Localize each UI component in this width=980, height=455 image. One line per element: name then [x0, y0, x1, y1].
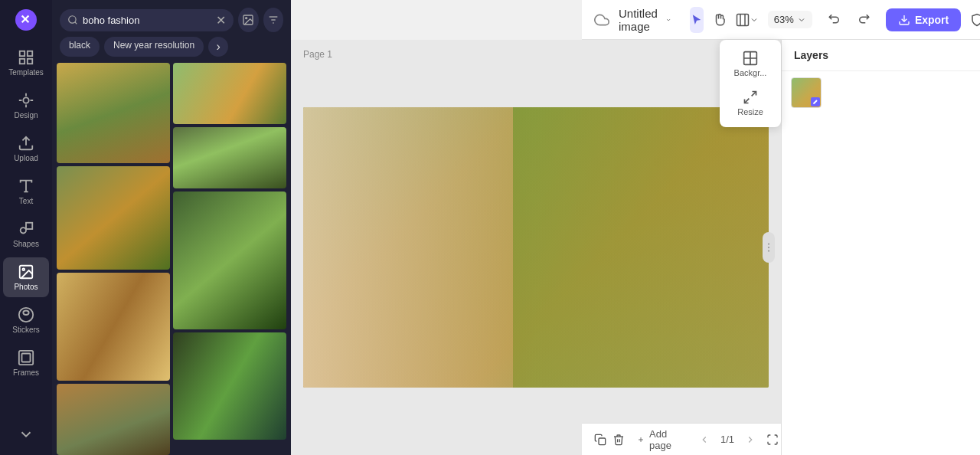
canvas-area[interactable]: Page 1: [291, 40, 781, 455]
page-label: Page 1: [303, 49, 332, 60]
sidebar-item-more[interactable]: [3, 420, 49, 449]
more-tags-button[interactable]: ›: [208, 37, 228, 57]
present-button[interactable]: [766, 428, 779, 451]
list-item[interactable]: [173, 63, 286, 124]
sidebar-item-text[interactable]: Text: [3, 172, 49, 211]
delete-page-button[interactable]: [612, 428, 625, 451]
search-bar: ✕: [52, 0, 291, 37]
content-row: Page 1: [291, 0, 980, 455]
svg-rect-3: [28, 51, 32, 56]
chevron-right-icon: [745, 434, 756, 445]
chevron-down-icon: [18, 426, 34, 443]
page-navigation: 1/1: [694, 430, 760, 450]
resize-button[interactable]: Resize: [724, 85, 777, 121]
sidebar-item-templates[interactable]: Templates: [3, 43, 49, 83]
sidebar-item-photos[interactable]: Photos: [3, 257, 49, 297]
canvas-wrapper: [303, 70, 769, 424]
list-item[interactable]: [173, 127, 286, 188]
next-page-button[interactable]: [740, 430, 760, 450]
cloud-save-button[interactable]: [594, 12, 609, 28]
layer-edit-icon: [811, 97, 820, 106]
cloud-icon: [594, 12, 609, 28]
list-item[interactable]: [57, 63, 170, 163]
svg-rect-22: [737, 14, 748, 25]
shield-button[interactable]: [970, 7, 980, 33]
page-indicator: 1/1: [720, 434, 734, 445]
redo-icon: [857, 13, 871, 27]
layers-title: Layers: [782, 40, 980, 71]
drag-handle-icon: [766, 241, 771, 254]
canvas-scroll-handle[interactable]: [763, 232, 775, 263]
chevron-left-icon: [699, 434, 710, 445]
download-icon: [898, 14, 910, 26]
plus-icon: [637, 434, 645, 446]
list-item[interactable]: [173, 191, 286, 329]
sidebar-item-frames[interactable]: Frames: [3, 343, 49, 383]
document-title[interactable]: Untitled image: [619, 7, 671, 33]
grid-icon: [18, 49, 34, 66]
background-button[interactable]: Backgr...: [724, 46, 777, 82]
upload-icon: [18, 135, 34, 152]
svg-rect-2: [20, 51, 24, 56]
svg-rect-36: [599, 438, 606, 445]
canvas-image[interactable]: [303, 107, 769, 388]
trash-icon: [612, 434, 625, 446]
shield-icon: [970, 13, 980, 27]
search-input[interactable]: [83, 15, 211, 26]
tag-black[interactable]: black: [60, 37, 100, 57]
main-wrapper: Untitled image: [291, 0, 980, 455]
layer-item[interactable]: [782, 71, 980, 114]
frame-view-button[interactable]: [736, 7, 759, 33]
list-item[interactable]: [57, 273, 170, 380]
search-input-wrapper[interactable]: ✕: [60, 9, 234, 31]
svg-point-6: [23, 97, 28, 103]
photos-icon: [18, 264, 34, 280]
photo-col-left: [57, 63, 170, 455]
copy-icon: [594, 434, 606, 446]
svg-rect-11: [26, 223, 32, 229]
list-item[interactable]: [173, 332, 286, 440]
svg-text:✕: ✕: [20, 13, 30, 26]
sidebar-item-stickers[interactable]: Stickers: [3, 300, 49, 340]
svg-point-16: [69, 16, 76, 23]
zoom-control[interactable]: 63%: [768, 11, 812, 28]
background-icon: [743, 51, 758, 66]
layer-thumbnail: [791, 77, 822, 108]
export-button[interactable]: Export: [886, 8, 961, 31]
chevron-down-icon: [750, 15, 759, 25]
app-logo[interactable]: ✕: [12, 6, 40, 34]
svg-line-41: [745, 99, 750, 103]
add-page-button[interactable]: Add page: [631, 425, 682, 454]
visual-search-icon: [242, 14, 254, 26]
design-icon: [18, 92, 34, 109]
undo-button[interactable]: [822, 7, 848, 33]
expand-icon: [766, 434, 779, 446]
chevron-down-icon: [665, 15, 671, 25]
redo-button[interactable]: [851, 7, 877, 33]
resize-icon: [743, 90, 758, 105]
svg-point-18: [246, 18, 247, 19]
copy-page-button[interactable]: [594, 428, 606, 451]
text-icon: [18, 178, 34, 195]
list-item[interactable]: [57, 384, 170, 455]
tag-new-year-resolution[interactable]: New year resolution: [104, 37, 204, 57]
hand-tool-button[interactable]: [713, 7, 727, 33]
sidebar-item-shapes[interactable]: Shapes: [3, 214, 49, 254]
undo-icon: [828, 13, 841, 27]
sidebar-item-design[interactable]: Design: [3, 86, 49, 126]
prev-page-button[interactable]: [694, 430, 714, 450]
stickers-icon: [18, 306, 34, 323]
edit-icon: [812, 99, 818, 105]
list-item[interactable]: [57, 166, 170, 270]
sidebar-item-upload[interactable]: Upload: [3, 129, 49, 169]
frame-icon: [736, 13, 750, 27]
clear-search-button[interactable]: ✕: [216, 13, 226, 28]
filter-button[interactable]: [263, 8, 284, 32]
svg-rect-4: [20, 59, 24, 64]
svg-rect-5: [28, 59, 32, 64]
svg-point-34: [768, 247, 769, 248]
visual-search-button[interactable]: [238, 8, 259, 32]
photo-grid: [52, 63, 291, 455]
context-panel: Backgr... Resize: [720, 40, 781, 127]
cursor-tool-button[interactable]: [690, 7, 704, 33]
